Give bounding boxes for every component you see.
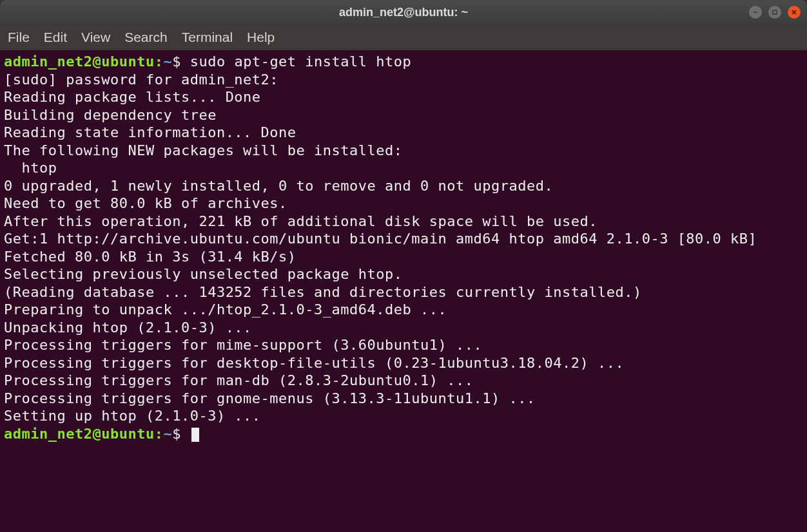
output-line: Get:1 http://archive.ubuntu.com/ubuntu b… — [4, 231, 757, 247]
output-line: Processing triggers for mime-support (3.… — [4, 337, 482, 353]
prompt-path: ~ — [163, 53, 172, 70]
menu-file[interactable]: File — [8, 30, 30, 45]
menu-help[interactable]: Help — [247, 30, 275, 45]
output-line: Reading state information... Done — [4, 124, 297, 140]
output-line: 0 upgraded, 1 newly installed, 0 to remo… — [4, 178, 553, 194]
output-line: Preparing to unpack .../htop_2.1.0-3_amd… — [4, 301, 447, 318]
output-line: Processing triggers for gnome-menus (3.1… — [4, 390, 536, 406]
output-line: htop — [4, 160, 57, 176]
minimize-icon — [752, 9, 759, 15]
terminal-body[interactable]: admin_net2@ubuntu:~$ sudo apt-get instal… — [0, 50, 807, 532]
output-line: Unpacking htop (2.1.0-3) ... — [4, 319, 252, 336]
menubar: File Edit View Search Terminal Help — [0, 24, 807, 50]
output-line: [sudo] password for admin_net2: — [4, 71, 278, 88]
svg-rect-1 — [773, 10, 777, 14]
output-line: Processing triggers for desktop-file-uti… — [4, 355, 624, 371]
close-button[interactable] — [788, 6, 801, 19]
output-line: (Reading database ... 143252 files and d… — [4, 284, 642, 300]
menu-edit[interactable]: Edit — [44, 30, 67, 45]
output-line: Processing triggers for man-db (2.8.3-2u… — [4, 372, 474, 388]
menu-view[interactable]: View — [81, 30, 110, 45]
output-line: Setting up htop (2.1.0-3) ... — [4, 408, 261, 424]
output-line: Fetched 80.0 kB in 3s (31.4 kB/s) — [4, 249, 297, 265]
window-controls — [749, 6, 801, 19]
titlebar[interactable]: admin_net2@ubuntu: ~ — [0, 0, 807, 24]
command-input: sudo apt-get install htop — [190, 53, 412, 70]
window-title: admin_net2@ubuntu: ~ — [339, 6, 468, 19]
prompt-symbol: $ — [172, 53, 181, 70]
prompt-colon: : — [155, 426, 164, 442]
output-line: The following NEW packages will be insta… — [4, 142, 403, 158]
close-icon — [791, 9, 797, 15]
output-line: Building dependency tree — [4, 107, 217, 123]
menu-search[interactable]: Search — [124, 30, 168, 45]
maximize-button[interactable] — [768, 6, 781, 19]
output-line: Selecting previously unselected package … — [4, 266, 403, 282]
cursor — [191, 428, 199, 442]
output-line: Need to get 80.0 kB of archives. — [4, 195, 287, 211]
minimize-button[interactable] — [749, 6, 762, 19]
output-line: Reading package lists... Done — [4, 89, 261, 105]
prompt-symbol: $ — [172, 426, 181, 442]
output-line: After this operation, 221 kB of addition… — [4, 213, 598, 229]
prompt-path: ~ — [163, 426, 172, 442]
prompt-user-host: admin_net2@ubuntu — [4, 53, 155, 70]
terminal-window: admin_net2@ubuntu: ~ File Edit View Sear… — [0, 0, 807, 532]
prompt-colon: : — [155, 53, 164, 70]
prompt-user-host: admin_net2@ubuntu — [4, 426, 155, 442]
maximize-icon — [772, 9, 778, 15]
menu-terminal[interactable]: Terminal — [182, 30, 233, 45]
